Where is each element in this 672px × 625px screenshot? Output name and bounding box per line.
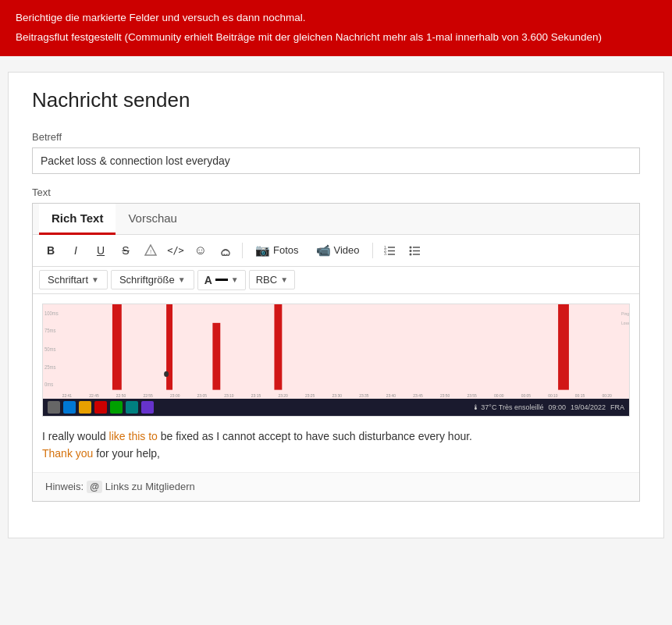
font-size-dropdown[interactable]: Schriftgröße ▼ — [111, 270, 194, 289]
link-button[interactable] — [214, 240, 237, 261]
unordered-list-button[interactable] — [403, 240, 426, 261]
separator2 — [372, 243, 373, 258]
svg-text:23:15: 23:15 — [251, 393, 261, 399]
bold-button[interactable]: B — [39, 240, 62, 261]
svg-text:00:00: 00:00 — [494, 393, 503, 399]
error-banner: Berichtige die markierte Felder und vers… — [0, 0, 672, 56]
editor-toolbar-row2: Schriftart ▼ Schriftgröße ▼ A ▼ RBC ▼ — [33, 267, 639, 294]
editor-line2: Thank you for your help, — [42, 445, 630, 462]
underline-button[interactable]: U — [89, 240, 112, 261]
alert-icon: ! — [144, 244, 157, 257]
svg-text:23:45: 23:45 — [413, 393, 422, 399]
ordered-list-icon: 1. 2. 3. — [383, 244, 396, 257]
taskbar-icon-2 — [79, 401, 91, 414]
svg-text:100ms: 100ms — [44, 311, 59, 317]
taskbar: 🌡 37°C Très ensoleillé 09:00 19/04/2022 … — [43, 399, 629, 416]
strikethrough-button[interactable]: S — [114, 240, 137, 261]
svg-text:0ms: 0ms — [44, 381, 54, 387]
svg-text:3.: 3. — [384, 251, 387, 256]
camera-icon: 📷 — [255, 243, 270, 257]
svg-text:23:00: 23:00 — [170, 393, 180, 399]
svg-rect-23 — [558, 304, 569, 390]
svg-rect-20 — [166, 304, 172, 390]
font-color-indicator — [215, 279, 228, 281]
svg-text:00:15: 00:15 — [575, 393, 585, 399]
svg-text:23:25: 23:25 — [305, 393, 315, 399]
video-button[interactable]: 📹 Video — [308, 240, 368, 261]
svg-text:22:55: 22:55 — [143, 393, 152, 399]
page-title: Nachricht senden — [32, 88, 640, 112]
svg-text:23:55: 23:55 — [467, 393, 476, 399]
subject-input[interactable] — [32, 147, 640, 174]
svg-text:22:41: 22:41 — [62, 393, 72, 399]
hint-footer: Hinweis: @ Links zu Mitgliedern — [33, 472, 639, 501]
tab-preview[interactable]: Vorschau — [116, 204, 190, 235]
svg-text:Ping: Ping — [621, 311, 629, 317]
page-wrapper: Berichtige die markierte Felder und vers… — [0, 0, 672, 625]
video-icon: 📹 — [316, 243, 331, 257]
svg-text:23:20: 23:20 — [278, 393, 287, 399]
svg-text:00:05: 00:05 — [521, 393, 531, 399]
font-color-button[interactable]: A ▼ — [197, 270, 246, 290]
tab-rich-text[interactable]: Rich Text — [39, 204, 116, 235]
taskbar-lang: FRA — [610, 403, 624, 411]
svg-text:75ms: 75ms — [44, 327, 56, 333]
svg-text:22:45: 22:45 — [89, 393, 98, 399]
svg-text:25ms: 25ms — [44, 364, 56, 371]
svg-text:00:20: 00:20 — [602, 393, 611, 399]
editor-text-content: I really would like this to be fixed as … — [42, 428, 630, 463]
taskbar-date: 19/04/2022 — [571, 403, 606, 411]
highlight-arrow: ▼ — [280, 275, 288, 284]
emoji-button[interactable]: ☺ — [189, 240, 212, 261]
svg-text:23:10: 23:10 — [224, 393, 233, 399]
error-line1: Berichtige die markierte Felder und vers… — [16, 11, 656, 26]
text-field-group: Text Rich Text Vorschau B I U S — [32, 186, 640, 502]
svg-text:50ms: 50ms — [44, 346, 56, 352]
subject-field-group: Betreff — [32, 131, 640, 174]
svg-text:23:40: 23:40 — [386, 393, 396, 399]
editor-tabs: Rich Text Vorschau — [33, 204, 639, 235]
italic-button[interactable]: I — [64, 240, 87, 261]
svg-text:23:35: 23:35 — [359, 393, 368, 399]
editor-body[interactable]: 100ms 75ms 50ms 25ms 0ms — [33, 294, 639, 472]
taskbar-icon-3 — [94, 401, 107, 414]
unordered-list-icon — [408, 244, 421, 257]
font-family-dropdown[interactable]: Schriftart ▼ — [39, 270, 108, 289]
alert-button[interactable]: ! — [139, 240, 162, 261]
taskbar-icon-6 — [141, 401, 154, 414]
taskbar-start-icon — [48, 401, 60, 414]
code-button[interactable]: </> — [164, 240, 187, 261]
taskbar-time: 09:00 — [548, 403, 566, 411]
svg-point-10 — [409, 250, 411, 252]
text-label: Text — [32, 186, 640, 198]
font-size-arrow: ▼ — [178, 275, 186, 284]
taskbar-right: 🌡 37°C Très ensoleillé 09:00 19/04/2022 … — [472, 403, 624, 411]
svg-text:Loss: Loss — [621, 321, 629, 326]
editor-container: Rich Text Vorschau B I U S ! — [32, 203, 640, 502]
highlight-button[interactable]: RBC ▼ — [249, 270, 295, 289]
main-content: Nachricht senden Betreff Text Rich Text … — [8, 72, 664, 538]
ordered-list-button[interactable]: 1. 2. 3. — [378, 240, 401, 261]
editor-toolbar-row1: B I U S ! </> ☺ — [33, 235, 639, 267]
editor-line1: I really would like this to be fixed as … — [42, 428, 630, 445]
svg-point-45 — [164, 371, 169, 377]
svg-point-8 — [409, 246, 411, 248]
hint-prefix: Hinweis: — [45, 481, 84, 492]
svg-text:23:30: 23:30 — [332, 393, 342, 399]
editor-scroll-container[interactable]: 100ms 75ms 50ms 25ms 0ms — [33, 294, 639, 472]
svg-rect-22 — [274, 304, 282, 390]
separator1 — [242, 243, 243, 258]
svg-rect-21 — [212, 323, 220, 390]
font-family-arrow: ▼ — [91, 275, 99, 284]
svg-text:23:05: 23:05 — [197, 393, 207, 399]
svg-text:!: ! — [150, 248, 151, 255]
error-line2: Beitragsflut festgestellt (Community erh… — [16, 30, 656, 45]
taskbar-weather: 🌡 37°C Très ensoleillé — [472, 403, 544, 411]
taskbar-icon-4 — [110, 401, 123, 414]
chart-image: 100ms 75ms 50ms 25ms 0ms — [42, 304, 630, 417]
hint-at-symbol: @ — [87, 481, 102, 493]
photos-button[interactable]: 📷 Fotos — [247, 240, 307, 261]
svg-point-12 — [409, 253, 411, 255]
link-icon — [219, 245, 232, 256]
svg-rect-19 — [112, 304, 122, 390]
